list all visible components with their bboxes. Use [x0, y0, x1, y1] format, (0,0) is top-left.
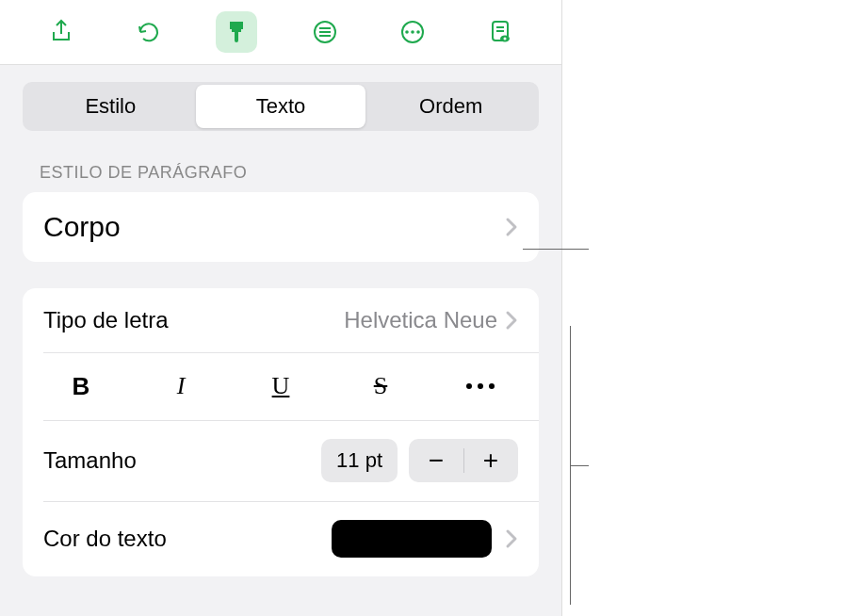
share-icon: [47, 18, 75, 46]
chevron-right-icon: [505, 217, 518, 237]
font-row[interactable]: Tipo de letra Helvetica Neue: [23, 288, 539, 352]
list-icon: [311, 18, 339, 46]
undo-button[interactable]: [128, 11, 170, 53]
size-stepper: − +: [409, 439, 518, 482]
format-tabs: Estilo Texto Ordem: [23, 82, 539, 131]
doc-eye-icon: [486, 18, 514, 46]
italic-button[interactable]: I: [143, 365, 219, 407]
size-value-button[interactable]: 11 pt: [321, 439, 398, 482]
text-color-swatch[interactable]: [332, 520, 492, 558]
size-row: Tamanho 11 pt − +: [23, 420, 539, 501]
more-button[interactable]: [392, 11, 433, 53]
undo-icon: [135, 18, 163, 46]
view-button[interactable]: [479, 11, 521, 53]
text-color-row[interactable]: Cor do texto: [23, 501, 539, 576]
svg-point-3: [411, 30, 414, 34]
underline-button[interactable]: U: [243, 365, 318, 407]
share-button[interactable]: [41, 11, 82, 53]
brush-icon: [222, 18, 251, 46]
size-label: Tamanho: [43, 447, 137, 474]
strikethrough-button[interactable]: S: [343, 365, 418, 407]
font-value: Helvetica Neue: [344, 307, 505, 333]
more-icon: [398, 18, 427, 46]
paragraph-style-value: Corpo: [43, 211, 121, 243]
font-label: Tipo de letra: [43, 307, 169, 333]
text-color-label: Cor do texto: [43, 526, 167, 552]
format-button[interactable]: [216, 11, 257, 53]
size-increase-button[interactable]: +: [463, 439, 518, 482]
svg-point-2: [405, 30, 409, 34]
more-styles-button[interactable]: [443, 365, 518, 407]
dot-icon: [478, 383, 483, 389]
chevron-right-icon: [505, 528, 518, 549]
tab-style[interactable]: Estilo: [25, 85, 196, 128]
dot-icon: [466, 383, 472, 389]
text-style-row: B I U S: [23, 352, 539, 420]
size-decrease-button[interactable]: −: [409, 439, 463, 482]
chevron-right-icon: [505, 310, 518, 331]
text-properties-card: Tipo de letra Helvetica Neue B I U S Tam…: [23, 288, 539, 576]
paragraph-style-header: ESTILO DE PARÁGRAFO: [0, 131, 561, 192]
insert-button[interactable]: [304, 11, 346, 53]
svg-point-4: [416, 30, 420, 34]
svg-point-7: [504, 38, 507, 41]
callout-line: [523, 249, 589, 250]
callout-line: [570, 465, 589, 466]
paragraph-style-card: Corpo: [23, 192, 539, 262]
tab-order[interactable]: Ordem: [365, 85, 536, 128]
dot-icon: [489, 383, 495, 389]
tab-text[interactable]: Texto: [196, 85, 366, 128]
top-toolbar: [0, 0, 561, 65]
paragraph-style-row[interactable]: Corpo: [23, 192, 539, 262]
bold-button[interactable]: B: [43, 365, 119, 407]
